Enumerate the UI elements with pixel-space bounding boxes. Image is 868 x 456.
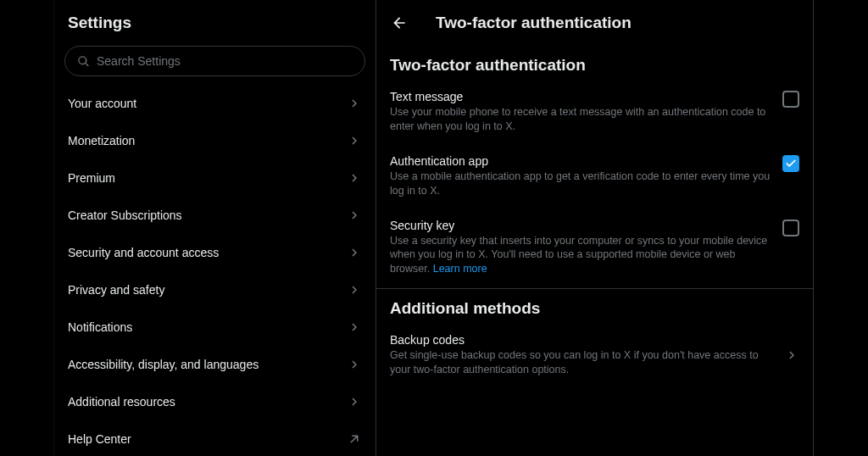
chevron-right-icon <box>347 282 362 298</box>
nav-item-security-and-account-access[interactable]: Security and account access <box>54 234 376 271</box>
additional-methods-heading: Additional methods <box>376 289 813 325</box>
right-gutter <box>814 0 868 456</box>
chevron-right-icon <box>347 245 362 260</box>
method-title: Text message <box>390 90 772 103</box>
back-button[interactable] <box>385 8 414 37</box>
nav-item-monetization[interactable]: Monetization <box>54 122 376 159</box>
search-icon <box>77 55 90 68</box>
nav-item-premium[interactable]: Premium <box>54 159 376 197</box>
method-text: Authentication appUse a mobile authentic… <box>390 154 772 198</box>
settings-panel: Settings Your accountMonetizationPremium… <box>54 0 376 456</box>
method-text-message: Text messageUse your mobile phone to rec… <box>376 81 813 146</box>
method-title: Security key <box>390 219 772 232</box>
chevron-right-icon <box>347 208 362 223</box>
nav-item-label: Additional resources <box>68 395 175 409</box>
nav-item-label: Your account <box>68 97 136 110</box>
chevron-right-icon <box>347 170 362 186</box>
detail-title: Two-factor authentication <box>436 14 632 32</box>
nav-item-label: Creator Subscriptions <box>68 209 182 222</box>
nav-item-creator-subscriptions[interactable]: Creator Subscriptions <box>54 197 376 234</box>
backup-desc: Get single-use backup codes so you can l… <box>390 348 774 377</box>
method-title: Authentication app <box>390 154 772 168</box>
method-text: Text messageUse your mobile phone to rec… <box>390 90 772 134</box>
section-heading: Two-factor authentication <box>376 46 813 81</box>
detail-header: Two-factor authentication <box>376 0 813 46</box>
nav-item-privacy-and-safety[interactable]: Privacy and safety <box>54 271 376 309</box>
nav-item-label: Security and account access <box>68 246 219 259</box>
chevron-right-icon <box>347 394 362 409</box>
method-desc: Use a mobile authentication app to get a… <box>390 170 772 198</box>
method-authentication-app: Authentication appUse a mobile authentic… <box>376 146 813 210</box>
backup-codes-item[interactable]: Backup codes Get single-use backup codes… <box>376 325 813 386</box>
nav-item-label: Privacy and safety <box>68 283 164 297</box>
nav-item-accessibility-display-and-languages[interactable]: Accessibility, display, and languages <box>54 346 376 383</box>
method-security-key: Security keyUse a security key that inse… <box>376 210 813 289</box>
method-text: Security keyUse a security key that inse… <box>390 219 772 277</box>
left-gutter <box>0 0 54 456</box>
nav-item-notifications[interactable]: Notifications <box>54 309 376 346</box>
nav-item-label: Premium <box>68 171 115 185</box>
method-desc: Use your mobile phone to receive a text … <box>390 105 772 134</box>
nav-item-label: Notifications <box>68 320 132 334</box>
method-checkbox[interactable] <box>782 220 799 236</box>
nav-item-help-center[interactable]: Help Center <box>54 420 376 456</box>
method-checkbox[interactable] <box>782 155 799 172</box>
detail-panel: Two-factor authentication Two-factor aut… <box>376 0 814 456</box>
chevron-right-icon <box>784 348 799 363</box>
search-box[interactable] <box>64 46 365 76</box>
methods-list: Text messageUse your mobile phone to rec… <box>376 81 813 288</box>
method-checkbox[interactable] <box>782 91 799 108</box>
nav-item-label: Accessibility, display, and languages <box>68 358 259 371</box>
check-icon <box>785 158 797 170</box>
arrow-left-icon <box>391 14 408 31</box>
chevron-right-icon <box>347 357 362 372</box>
learn-more-link[interactable]: Learn more <box>433 263 487 275</box>
nav-list: Your accountMonetizationPremiumCreator S… <box>54 85 376 456</box>
backup-text: Backup codes Get single-use backup codes… <box>390 333 774 377</box>
chevron-right-icon <box>347 320 362 335</box>
external-link-icon <box>347 431 362 447</box>
settings-title: Settings <box>54 8 376 42</box>
search-input[interactable] <box>97 54 353 68</box>
nav-item-label: Monetization <box>68 134 135 147</box>
chevron-right-icon <box>347 133 362 148</box>
chevron-right-icon <box>347 96 362 111</box>
method-desc: Use a security key that inserts into you… <box>390 234 772 277</box>
nav-item-your-account[interactable]: Your account <box>54 85 376 122</box>
backup-title: Backup codes <box>390 333 774 347</box>
nav-item-label: Help Center <box>68 432 131 446</box>
nav-item-additional-resources[interactable]: Additional resources <box>54 383 376 420</box>
search-wrap <box>54 42 376 85</box>
